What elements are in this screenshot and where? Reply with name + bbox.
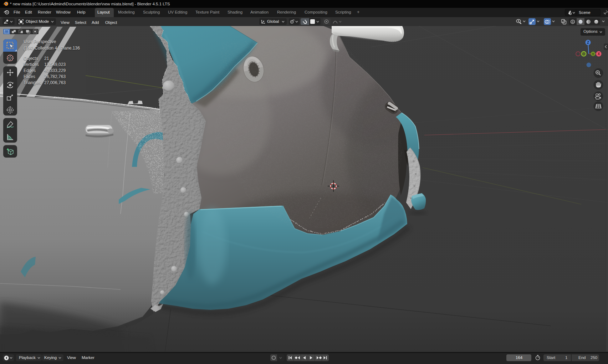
svg-text:Z: Z [587,41,589,45]
svg-text:Y: Y [592,52,594,56]
svg-text:X: X [598,52,600,56]
